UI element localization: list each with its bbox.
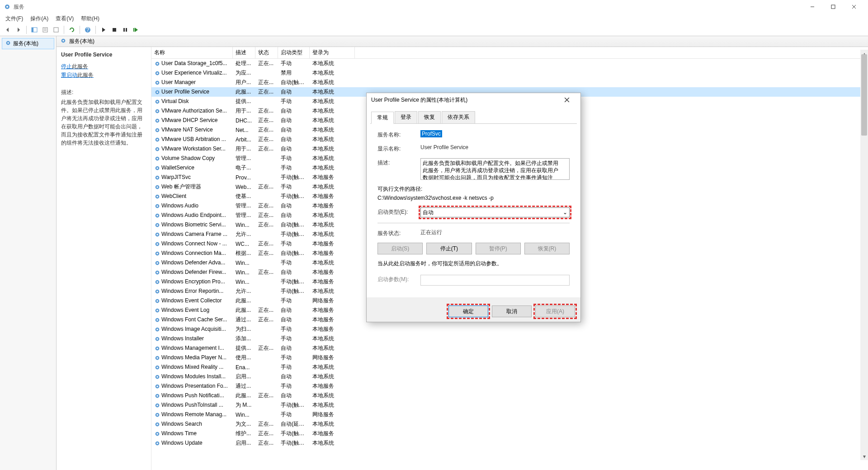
svg-point-77 xyxy=(156,319,158,321)
menu-file[interactable]: 文件(F) xyxy=(3,14,26,24)
refresh-button[interactable] xyxy=(67,25,77,35)
gear-icon xyxy=(154,222,160,228)
service-row[interactable]: Windows Management I...提供...正在...自动本地系统 xyxy=(151,343,868,353)
gear-icon xyxy=(154,374,160,380)
tab-recovery[interactable]: 恢复 xyxy=(418,111,441,123)
service-row[interactable]: Windows Push Notificati...此服...正在...自动本地… xyxy=(151,391,868,400)
svg-text:?: ? xyxy=(86,27,90,33)
svg-point-19 xyxy=(7,42,9,44)
svg-point-63 xyxy=(156,253,158,254)
gear-icon xyxy=(154,89,160,95)
tab-dependencies[interactable]: 依存关系 xyxy=(442,111,475,123)
svg-point-31 xyxy=(156,101,158,103)
nav-label: 服务(本地) xyxy=(13,40,38,47)
menu-view[interactable]: 查看(V) xyxy=(53,14,76,24)
pause-button: 暂停(P) xyxy=(476,243,521,254)
gear-icon xyxy=(154,269,160,276)
export-button[interactable] xyxy=(51,25,61,35)
svg-point-43 xyxy=(156,158,158,160)
col-logon[interactable]: 登录为 xyxy=(310,47,355,58)
gear-icon xyxy=(154,212,160,219)
service-row[interactable]: Windows PushToInstall ...为 M...手动(触发...本… xyxy=(151,400,868,410)
col-name[interactable]: 名称 xyxy=(151,47,233,58)
startup-type-select[interactable]: 自动 ⌄ xyxy=(420,207,570,217)
service-row[interactable]: User Data Storage_1c0f5...处理...正在...手动本地… xyxy=(151,59,868,68)
svg-rect-16 xyxy=(126,28,127,32)
gear-icon xyxy=(154,440,160,446)
tab-logon[interactable]: 登录 xyxy=(395,111,417,123)
properties-button[interactable] xyxy=(40,25,50,35)
scroll-down-icon[interactable]: ▾ xyxy=(860,452,868,460)
gear-icon xyxy=(154,402,160,409)
service-row[interactable]: Windows Search为文...正在...自动(延迟...本地系统 xyxy=(151,419,868,429)
scroll-thumb[interactable] xyxy=(861,54,867,136)
close-button[interactable] xyxy=(844,0,864,14)
gear-icon xyxy=(154,241,160,247)
svg-point-45 xyxy=(156,167,158,169)
menu-action[interactable]: 操作(A) xyxy=(28,14,51,24)
gear-icon xyxy=(154,80,160,86)
gear-icon xyxy=(154,193,160,200)
svg-point-89 xyxy=(156,376,158,378)
service-row[interactable]: Windows Modules Install...启用...自动本地系统 xyxy=(151,372,868,381)
help-button[interactable]: ? xyxy=(83,25,93,35)
services-icon xyxy=(4,3,11,10)
content-header: 服务(本地) xyxy=(57,36,868,47)
gear-icon xyxy=(154,99,160,105)
description-textarea[interactable]: 此服务负责加载和卸载用户配置文件。如果已停止或禁用此服务，用户将无法再成功登录或… xyxy=(420,158,570,180)
svg-point-93 xyxy=(156,395,158,397)
service-row[interactable]: User Manager用户...正在...自动(触发...本地系统 xyxy=(151,78,868,87)
service-row[interactable]: Windows Time维护...正在...手动(触发...本地服务 xyxy=(151,429,868,438)
vertical-scrollbar[interactable]: ▴ ▾ xyxy=(860,50,868,460)
menu-help[interactable]: 帮助(H) xyxy=(78,14,102,24)
restart-service-button[interactable] xyxy=(131,25,141,35)
gear-icon xyxy=(154,307,160,314)
service-row[interactable]: User Experience Virtualiz...为应...禁用本地系统 xyxy=(151,68,868,78)
cancel-button[interactable]: 取消 xyxy=(492,306,532,317)
detail-pane: User Profile Service 停止此服务 重启动此服务 描述: 此服… xyxy=(57,47,151,470)
service-row[interactable]: Windows Remote Manag...Win...手动网络服务 xyxy=(151,410,868,419)
service-row[interactable]: Windows Presentation Fo...通过...手动本地服务 xyxy=(151,381,868,391)
pause-service-button[interactable] xyxy=(120,25,130,35)
dialog-close-button[interactable] xyxy=(558,94,576,106)
display-name-label: 显示名称: xyxy=(377,144,420,153)
tab-general[interactable]: 常规 xyxy=(371,112,394,124)
restart-link[interactable]: 重启动此服务 xyxy=(61,71,146,80)
gear-icon xyxy=(154,383,160,390)
description-label: 描述: xyxy=(377,158,420,167)
svg-point-75 xyxy=(156,310,158,311)
ok-button[interactable]: 确定 xyxy=(448,306,488,317)
navigation-pane: 服务(本地) xyxy=(0,36,57,470)
maximize-button[interactable] xyxy=(823,0,844,14)
show-hide-tree-button[interactable] xyxy=(29,25,39,35)
services-icon xyxy=(60,38,66,45)
nav-services-local[interactable]: 服务(本地) xyxy=(2,38,54,49)
gear-icon xyxy=(154,165,160,171)
stop-service-button[interactable] xyxy=(109,25,119,35)
service-row[interactable]: Windows Mixed Reality ...Ena...手动本地系统 xyxy=(151,362,868,372)
start-service-button[interactable] xyxy=(99,25,108,35)
col-desc[interactable]: 描述 xyxy=(233,47,255,58)
col-status[interactable]: 状态 xyxy=(255,47,278,58)
svg-point-61 xyxy=(156,243,158,245)
forward-button[interactable] xyxy=(14,25,24,35)
stop-link[interactable]: 停止此服务 xyxy=(61,62,146,71)
service-row[interactable]: Windows Update启用...正在...手动(触发...本地系统 xyxy=(151,438,868,448)
stop-button[interactable]: 停止(T) xyxy=(426,243,472,254)
minimize-button[interactable] xyxy=(802,0,823,14)
col-startup[interactable]: 启动类型 xyxy=(278,47,310,58)
svg-point-87 xyxy=(156,367,158,368)
back-button[interactable] xyxy=(3,25,13,35)
svg-point-29 xyxy=(156,91,158,93)
service-row[interactable]: Windows Media Player N...使用...手动网络服务 xyxy=(151,353,868,362)
dialog-tabs: 常规 登录 恢复 依存关系 xyxy=(367,108,580,123)
dialog-title: User Profile Service 的属性(本地计算机) xyxy=(371,96,467,104)
svg-rect-11 xyxy=(54,28,58,32)
svg-point-35 xyxy=(156,120,158,122)
service-row[interactable]: Windows Installer添加...手动本地系统 xyxy=(151,334,868,343)
exe-path-label: 可执行文件的路径: xyxy=(377,185,570,193)
svg-point-101 xyxy=(156,433,158,435)
service-row[interactable]: Windows Image Acquisiti...为扫...手动本地服务 xyxy=(151,324,868,334)
startup-type-value: 自动 xyxy=(423,209,434,216)
start-params-input xyxy=(420,275,570,286)
